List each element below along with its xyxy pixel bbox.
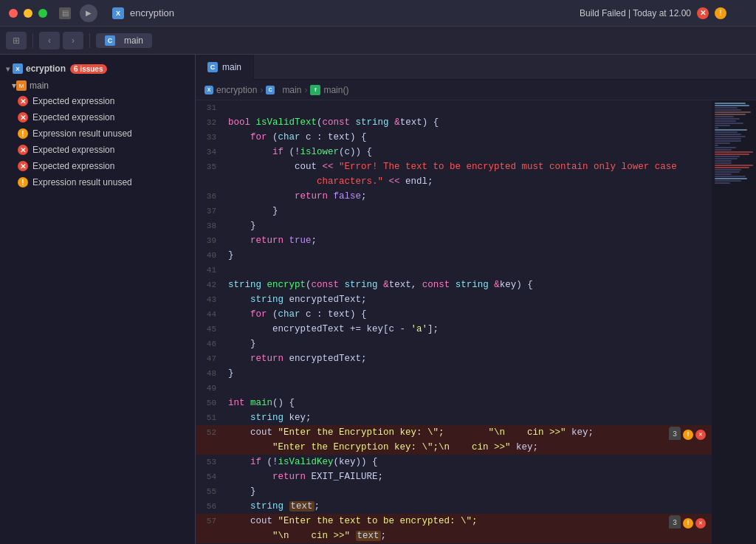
build-status: Build Failed | Today at 12.00 ✕ ! bbox=[580, 7, 726, 19]
current-file-label: main bbox=[124, 35, 143, 46]
code-line: 35 cout << "Error! The text to be encryp… bbox=[196, 159, 712, 174]
issue-text: Expected expression bbox=[32, 96, 114, 106]
collapse-arrow[interactable]: ▾ bbox=[6, 65, 10, 73]
issue-item[interactable]: ! Expression result unused bbox=[0, 125, 195, 142]
editor-area: C main X encryption › C main › f main() … bbox=[196, 55, 756, 544]
error-icon: ✕ bbox=[18, 161, 28, 171]
issue-text: Expected expression bbox=[32, 161, 114, 171]
toolbar-separator bbox=[32, 33, 33, 48]
code-line: 42 string encrypt(const string &text, co… bbox=[196, 278, 712, 292]
breadcrumb-func-icon: f bbox=[310, 85, 320, 95]
close-button[interactable] bbox=[9, 9, 18, 18]
code-line: 34 if (!islower(c)) { bbox=[196, 145, 712, 159]
code-editor[interactable]: 31 32 bool isValidText(const string &tex… bbox=[196, 100, 712, 544]
minimize-button[interactable] bbox=[24, 9, 32, 18]
code-line: 55 } bbox=[196, 484, 712, 499]
code-line: 43 string encryptedText; bbox=[196, 292, 712, 307]
code-line-error-2-cont: "\n cin >>" text; bbox=[196, 528, 712, 543]
group-label: main bbox=[30, 80, 49, 91]
breadcrumb-sep: › bbox=[260, 85, 263, 95]
code-line: 39 return true; bbox=[196, 233, 712, 248]
warn-badge-icon: ! bbox=[683, 430, 693, 440]
tab-file-icon: C bbox=[207, 62, 218, 72]
code-line: 38 } bbox=[196, 218, 712, 233]
group-icon: M bbox=[16, 80, 27, 91]
breadcrumb-project[interactable]: encryption bbox=[216, 85, 257, 95]
code-line: 32 bool isValidText(const string &text) … bbox=[196, 115, 712, 130]
issue-text: Expected expression bbox=[32, 112, 114, 123]
err-badge-icon-2: ✕ bbox=[695, 518, 706, 528]
grid-view-button[interactable]: ⊞ bbox=[6, 32, 27, 49]
minimap bbox=[712, 100, 756, 544]
tab-label: main bbox=[222, 62, 241, 72]
issues-badge: 6 issues bbox=[70, 64, 106, 74]
code-line-error: 52 cout "Enter the Encryption key: \"; "… bbox=[196, 425, 712, 440]
breadcrumb-file[interactable]: main bbox=[282, 85, 301, 95]
code-line: 46 } bbox=[196, 337, 712, 351]
error-icon: ✕ bbox=[18, 145, 28, 155]
code-line: 50 int main() { bbox=[196, 396, 712, 410]
issue-text: Expected expression bbox=[32, 145, 114, 155]
build-fail-icon: ✕ bbox=[697, 7, 709, 19]
code-line: 40 } bbox=[196, 248, 712, 263]
code-line: 48 } bbox=[196, 366, 712, 381]
main-content: ▾ X ecryption 6 issues ▾ M main ✕ Expect… bbox=[0, 55, 756, 544]
breadcrumb-func[interactable]: main() bbox=[323, 85, 348, 95]
sidebar-toggle-icon[interactable]: ▤ bbox=[59, 7, 71, 19]
breadcrumb: X encryption › C main › f main() bbox=[196, 80, 756, 100]
forward-button[interactable]: › bbox=[63, 32, 83, 49]
warning-icon: ! bbox=[18, 177, 28, 187]
build-warn-icon: ! bbox=[715, 7, 726, 19]
breadcrumb-project-icon: X bbox=[205, 86, 213, 94]
file-type-icon: C bbox=[105, 35, 115, 46]
code-line: 31 bbox=[196, 100, 712, 115]
issue-item[interactable]: ✕ Expected expression bbox=[0, 109, 195, 125]
code-line: 53 if (!isValidKey(key)) { bbox=[196, 455, 712, 469]
titlebar-title: X encryption bbox=[112, 7, 174, 19]
issue-item[interactable]: ! Expression result unused bbox=[0, 174, 195, 190]
code-line: 54 return EXIT_FAILURE; bbox=[196, 469, 712, 484]
sidebar-group: ▾ M main ✕ Expected expression ✕ Expecte… bbox=[0, 77, 195, 192]
code-line: 51 string key; bbox=[196, 410, 712, 425]
breadcrumb-file-icon: C bbox=[266, 86, 275, 94]
issue-item[interactable]: ✕ Expected expression bbox=[0, 142, 195, 158]
issue-item[interactable]: ✕ Expected expression bbox=[0, 93, 195, 109]
code-line: 45 encryptedText += key[c - 'a']; bbox=[196, 322, 712, 337]
code-line-error-2: 57 cout "Enter the text to be encrypted:… bbox=[196, 514, 712, 528]
warning-icon: ! bbox=[18, 128, 28, 139]
maximize-button[interactable] bbox=[38, 9, 47, 18]
code-line: 41 bbox=[196, 263, 712, 278]
code-line: 37 } bbox=[196, 204, 712, 218]
error-icon: ✕ bbox=[18, 96, 28, 106]
code-line: 33 for (char c : text) { bbox=[196, 130, 712, 145]
back-button[interactable]: ‹ bbox=[39, 32, 60, 49]
sidebar-group-header[interactable]: ▾ M main bbox=[0, 78, 195, 93]
code-line: 56 string text; bbox=[196, 499, 712, 514]
warn-badge-icon-2: ! bbox=[683, 518, 693, 528]
code-line: 44 for (char c : text) { bbox=[196, 307, 712, 322]
code-line: 49 bbox=[196, 381, 712, 396]
err-badge-icon: ✕ bbox=[695, 430, 706, 440]
issue-text: Expression result unused bbox=[32, 177, 132, 187]
run-button[interactable]: ▶ bbox=[80, 4, 97, 22]
minimap-content bbox=[712, 100, 756, 186]
issue-item[interactable]: ✕ Expected expression bbox=[0, 158, 195, 174]
issue-text: Expression result unused bbox=[32, 128, 132, 139]
traffic-lights bbox=[9, 9, 47, 18]
sidebar: ▾ X ecryption 6 issues ▾ M main ✕ Expect… bbox=[0, 55, 196, 544]
project-name: encryption bbox=[130, 7, 174, 18]
code-line: characters." << endl; bbox=[196, 174, 712, 189]
project-name: ecryption bbox=[26, 63, 66, 74]
code-line: 36 return false; bbox=[196, 189, 712, 204]
code-line: 47 return encryptedText; bbox=[196, 351, 712, 366]
code-line-error-cont: "Enter the Encryption key: \";\n cin >>"… bbox=[196, 440, 712, 455]
toolbar-separator-2 bbox=[89, 33, 90, 48]
xcode-icon: X bbox=[112, 7, 124, 19]
error-icon: ✕ bbox=[18, 112, 28, 123]
titlebar: ▤ ▶ X encryption Build Failed | Today at… bbox=[0, 0, 756, 27]
tab-main[interactable]: C main bbox=[196, 55, 254, 80]
breadcrumb-sep-2: › bbox=[304, 85, 307, 95]
project-icon: X bbox=[13, 63, 23, 74]
sidebar-header: ▾ X ecryption 6 issues bbox=[0, 61, 195, 77]
toolbar: ⊞ ‹ › C main bbox=[0, 27, 756, 55]
